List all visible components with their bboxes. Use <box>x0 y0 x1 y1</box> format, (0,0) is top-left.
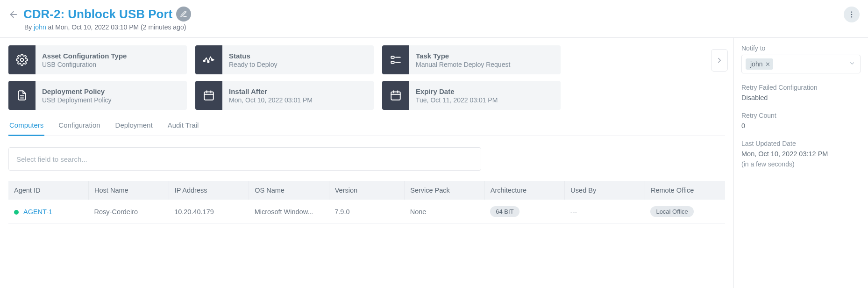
cell-service-pack: None <box>405 200 485 224</box>
card-label: Asset Configuration Type <box>42 52 180 60</box>
tabs: ComputersConfigurationDeploymentAudit Tr… <box>8 116 725 136</box>
calendar-icon <box>382 81 409 110</box>
card-value: Tue, Oct 11, 2022 03:01 PM <box>416 96 554 104</box>
retry-config-value: Disabled <box>741 94 861 101</box>
chip-remove-button[interactable]: ✕ <box>765 61 770 68</box>
svg-rect-14 <box>204 92 213 100</box>
cell-ip: 10.20.40.179 <box>169 200 249 224</box>
search-input[interactable] <box>8 147 481 171</box>
more-actions-button[interactable] <box>844 7 860 22</box>
kebab-icon <box>847 10 856 19</box>
column-os-name[interactable]: OS Name <box>249 181 329 200</box>
retry-count-label: Retry Count <box>741 112 861 119</box>
retry-count-value: 0 <box>741 122 861 130</box>
remote-office-badge: Local Office <box>650 206 693 217</box>
doc-icon <box>8 81 36 110</box>
column-architecture[interactable]: Architecture <box>484 181 565 200</box>
info-card-deployment-policy[interactable]: Deployment PolicyUSB Deployment Policy <box>8 81 187 110</box>
tab-configuration[interactable]: Configuration <box>57 116 101 136</box>
column-remote-office[interactable]: Remote Office <box>645 181 725 200</box>
card-label: Deployment Policy <box>42 87 180 95</box>
info-card-asset-configuration-type[interactable]: Asset Configuration TypeUSB Configuratio… <box>8 45 187 74</box>
page-header: CDR-2: Unblock USB Port By john at Mon, … <box>0 0 868 38</box>
chevron-right-icon <box>715 56 724 65</box>
status-dot-icon <box>14 210 19 215</box>
svg-rect-8 <box>391 56 394 58</box>
notify-to-label: Notify to <box>741 44 861 52</box>
notify-chip: john ✕ <box>746 58 773 70</box>
info-card-install-after[interactable]: Install AfterMon, Oct 10, 2022 03:01 PM <box>195 81 374 110</box>
svg-point-7 <box>212 59 213 60</box>
page-subtitle: By john at Mon, Oct 10, 2022 03:10 PM (2… <box>23 23 191 31</box>
cards-next-button[interactable] <box>711 49 728 72</box>
svg-point-5 <box>204 60 205 62</box>
card-value: USB Configuration <box>42 61 180 68</box>
card-value: USB Deployment Policy <box>42 96 180 104</box>
svg-point-6 <box>207 61 209 63</box>
chevron-down-icon <box>849 60 855 68</box>
svg-point-2 <box>851 14 853 15</box>
cell-host-name: Rosy-Cordeiro <box>89 200 169 224</box>
last-updated-value: Mon, Oct 10, 2022 03:12 PM <box>741 150 861 158</box>
card-value: Ready to Deploy <box>229 61 367 68</box>
page-title: CDR-2: Unblock USB Port <box>23 7 172 22</box>
card-label: Status <box>229 52 367 60</box>
gear-icon <box>8 45 36 74</box>
info-cards: Asset Configuration TypeUSB Configuratio… <box>8 45 725 110</box>
svg-point-3 <box>851 16 853 18</box>
svg-point-1 <box>851 11 853 13</box>
card-label: Install After <box>229 87 367 95</box>
computers-table: Agent IDHost NameIP AddressOS NameVersio… <box>8 181 725 224</box>
info-card-status[interactable]: StatusReady to Deploy <box>195 45 374 74</box>
column-service-pack[interactable]: Service Pack <box>405 181 485 200</box>
edit-title-button[interactable] <box>176 7 191 22</box>
cell-os: Microsoft Window... <box>249 200 329 224</box>
tab-computers[interactable]: Computers <box>8 116 44 136</box>
column-agent-id[interactable]: Agent ID <box>8 181 89 200</box>
pulse-icon <box>195 45 222 74</box>
author-link[interactable]: john <box>34 23 46 31</box>
table-row[interactable]: AGENT-1Rosy-Cordeiro10.20.40.179Microsof… <box>8 200 725 224</box>
column-ip-address[interactable]: IP Address <box>169 181 249 200</box>
main-content: Asset Configuration TypeUSB Configuratio… <box>0 38 733 288</box>
svg-point-4 <box>21 58 24 62</box>
cell-version: 7.9.0 <box>329 200 404 224</box>
svg-rect-18 <box>391 92 400 100</box>
back-button[interactable] <box>8 9 19 20</box>
agent-id-link[interactable]: AGENT-1 <box>23 208 52 216</box>
last-updated-relative: (in a few seconds) <box>741 160 861 168</box>
calendar-icon <box>195 81 222 110</box>
column-version[interactable]: Version <box>329 181 404 200</box>
details-sidebar: Notify to john ✕ Retry Failed Configurat… <box>733 38 868 288</box>
card-label: Task Type <box>416 52 554 60</box>
pencil-icon <box>180 10 187 18</box>
card-value: Manual Remote Deploy Request <box>416 61 554 68</box>
card-label: Expiry Date <box>416 87 554 95</box>
last-updated-label: Last Updated Date <box>741 140 861 147</box>
tab-audit-trail[interactable]: Audit Trail <box>167 116 200 136</box>
info-card-expiry-date[interactable]: Expiry DateTue, Oct 11, 2022 03:01 PM <box>382 81 561 110</box>
tab-deployment[interactable]: Deployment <box>114 116 154 136</box>
notify-to-select[interactable]: john ✕ <box>741 55 861 73</box>
column-host-name[interactable]: Host Name <box>89 181 169 200</box>
arch-badge: 64 BIT <box>490 206 519 217</box>
cell-used-by: --- <box>565 200 645 224</box>
task-icon <box>382 45 409 74</box>
card-value: Mon, Oct 10, 2022 03:01 PM <box>229 96 367 104</box>
column-used-by[interactable]: Used By <box>565 181 645 200</box>
arrow-left-icon <box>8 9 19 20</box>
retry-config-label: Retry Failed Configuration <box>741 84 861 91</box>
svg-rect-9 <box>391 61 394 63</box>
info-card-task-type[interactable]: Task TypeManual Remote Deploy Request <box>382 45 561 74</box>
